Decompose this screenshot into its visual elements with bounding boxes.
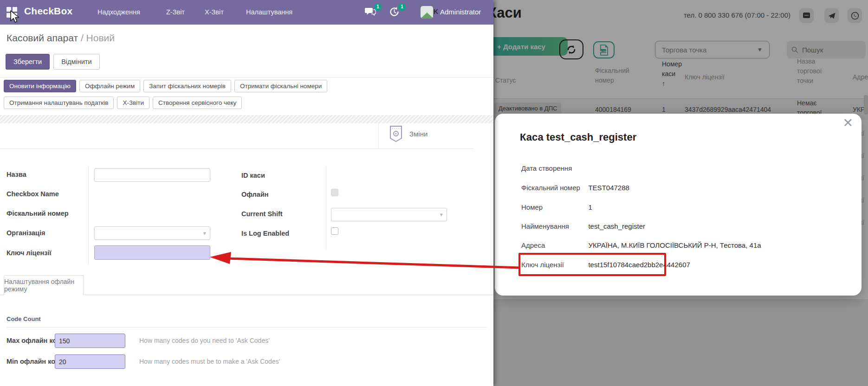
- object-buttons-row-1: Оновити інформацію Оффлайн режим Запит ф…: [4, 80, 327, 92]
- organization-select[interactable]: ▾: [94, 226, 210, 240]
- modal-row-name: Найменування test_cash_register: [521, 222, 645, 231]
- messages-button[interactable]: 1: [365, 6, 377, 18]
- close-icon[interactable]: ✕: [842, 116, 853, 130]
- offline-mode-button[interactable]: Оффлайн режим: [79, 80, 140, 92]
- divider: [378, 123, 379, 148]
- offline-checkbox: [331, 189, 338, 196]
- pennant-icon: [389, 125, 403, 142]
- is-log-enabled-checkbox[interactable]: [331, 227, 338, 235]
- organization-label: Організація: [6, 229, 45, 237]
- min-offline-codes-help: How many codes must be to make a 'Ask Co…: [139, 358, 280, 365]
- divider: [0, 77, 493, 77]
- chevron-down-icon: ▾: [203, 230, 206, 237]
- ask-fiscal-codes-button[interactable]: Запит фіскальних номерів: [143, 80, 231, 92]
- license-key-label: Ключ ліцензії: [6, 249, 52, 257]
- activity-button[interactable]: 1: [389, 6, 401, 18]
- update-info-button[interactable]: Оновити інформацію: [4, 80, 76, 92]
- modal-row-address: Адреса УКРАЇНА, М.КИЇВ ГОЛОСІЇВСЬКИЙ Р-Н…: [521, 241, 761, 250]
- breadcrumb: Касовий апарат / Новий: [6, 32, 115, 44]
- breadcrumb-parent[interactable]: Касовий апарат: [6, 32, 78, 43]
- nav-item-z-zvit[interactable]: Z-Звіт: [166, 8, 185, 16]
- form-action-row: Зберегти Відмінити: [6, 54, 100, 70]
- get-tax-settings-button[interactable]: Отримання налаштувань податків: [4, 96, 114, 109]
- chevron-down-icon: ▾: [440, 211, 443, 218]
- offline-label: Офлайн: [241, 191, 269, 198]
- name-input[interactable]: [94, 168, 210, 182]
- fiscal-number-label: Фіскальний номер: [6, 210, 69, 217]
- annotation-highlight-box: [518, 253, 666, 276]
- max-offline-codes-help: How many codes do you need to 'Ask Codes…: [139, 337, 270, 344]
- cash-id-label: ID каси: [241, 172, 265, 179]
- modal-row-fiscal-number: Фіскальний номер TEST047288: [521, 184, 629, 192]
- code-count-section-title: Code Count: [6, 315, 41, 322]
- apps-menu-icon[interactable]: [6, 7, 18, 18]
- save-button[interactable]: Зберегти: [6, 54, 50, 70]
- tab-offline-settings[interactable]: Налаштування офлайн режиму: [4, 275, 84, 295]
- divider: [0, 148, 473, 149]
- odoo-top-bar: CheckBox Надходження Z-Звіт X-Звіт Налаш…: [0, 0, 493, 25]
- x-reports-button[interactable]: X-Звіти: [117, 96, 149, 109]
- current-shift-label: Current Shift: [241, 210, 283, 218]
- service-check-button[interactable]: Створення сервісного чеку: [153, 96, 242, 109]
- changes-smart-button[interactable]: Зміни: [389, 125, 428, 142]
- min-offline-codes-input[interactable]: [55, 354, 125, 369]
- messages-badge: 1: [374, 3, 382, 11]
- tab-offline-settings-label: Налаштування офлайн режиму: [4, 278, 83, 293]
- modal-title: Каса test_cash_register: [520, 131, 636, 143]
- divider: [88, 166, 89, 265]
- modal-row-number: Номер 1: [521, 203, 592, 212]
- discard-button[interactable]: Відмінити: [53, 54, 99, 70]
- nav-item-nadkhodzhennia[interactable]: Надходження: [97, 8, 140, 16]
- divider: [6, 327, 487, 328]
- checkbox-name-label: Checkbox Name: [6, 190, 59, 198]
- divider: [326, 166, 326, 251]
- nav-item-nalashtuvannia[interactable]: Налаштування: [246, 8, 292, 16]
- user-avatar[interactable]: [421, 6, 433, 19]
- current-shift-select[interactable]: ▾: [331, 208, 447, 221]
- brand-logo[interactable]: CheckBox: [24, 6, 72, 17]
- avatar-monogram: K: [434, 8, 438, 15]
- user-menu[interactable]: Administrator: [440, 8, 481, 16]
- get-fiscal-codes-button[interactable]: Отримати фіскальні номери: [234, 80, 327, 92]
- nav-item-x-zvit[interactable]: X-Звіт: [205, 8, 224, 16]
- modal-row-created-date: Дата створення: [521, 164, 586, 173]
- odoo-backend-window: CheckBox Надходження Z-Звіт X-Звіт Налаш…: [0, 0, 493, 386]
- sheet-top-texture: [0, 115, 493, 123]
- object-buttons-row-2: Отримання налаштувань податків X-Звіти С…: [4, 96, 242, 109]
- name-label: Назва: [6, 171, 26, 178]
- max-offline-codes-input[interactable]: [55, 334, 125, 348]
- breadcrumb-current: / Новий: [81, 32, 115, 43]
- activity-badge: 1: [398, 3, 406, 11]
- screenshot-stage: Каси тел. 0 800 330 676 (07:00 - 22:00) …: [0, 0, 868, 386]
- is-log-enabled-label: Is Log Enabled: [241, 230, 289, 237]
- checkbox-portal-window: Каси тел. 0 800 330 676 (07:00 - 22:00) …: [493, 0, 868, 386]
- license-key-input[interactable]: [94, 245, 210, 260]
- changes-smart-button-label: Зміни: [409, 130, 428, 138]
- avatar-image: [421, 13, 433, 19]
